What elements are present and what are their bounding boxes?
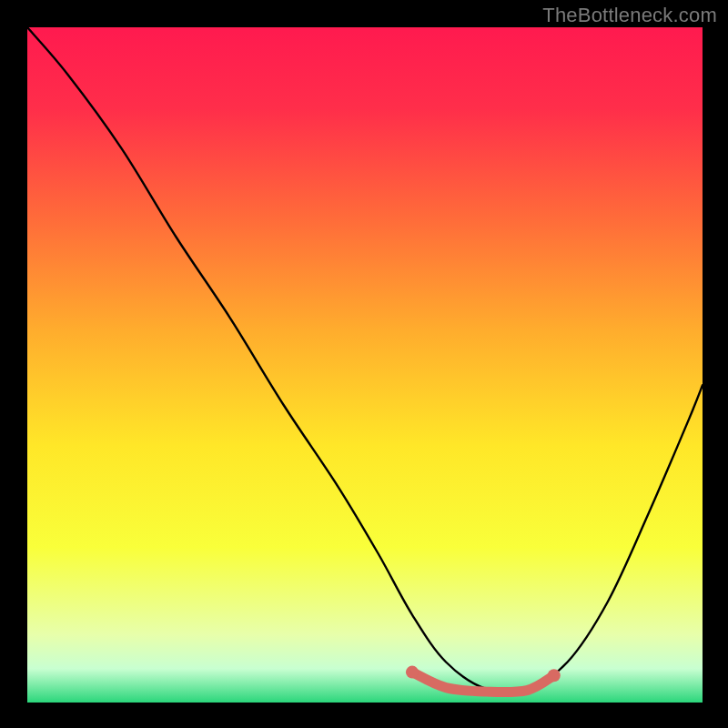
optimal-range-end-dot bbox=[548, 669, 561, 682]
chart-svg bbox=[27, 27, 703, 703]
plot-area bbox=[27, 27, 703, 703]
chart-frame: TheBottleneck.com bbox=[0, 0, 728, 728]
optimal-range-start-dot bbox=[406, 666, 419, 679]
gradient-background bbox=[27, 27, 703, 703]
attribution-text: TheBottleneck.com bbox=[542, 4, 717, 27]
